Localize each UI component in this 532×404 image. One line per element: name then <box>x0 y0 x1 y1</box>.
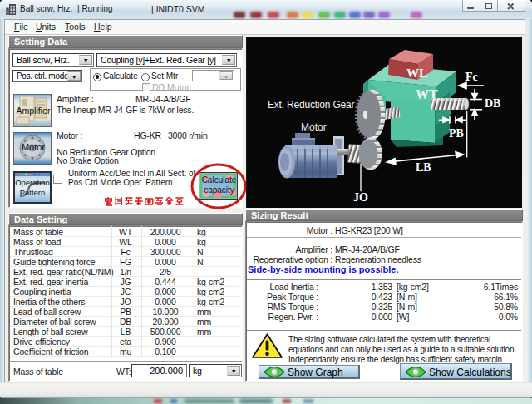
svg-text:PB: PB <box>449 127 464 140</box>
svg-text:Fc: Fc <box>466 71 478 83</box>
svg-text:LB: LB <box>416 161 431 174</box>
svg-text:Motor: Motor <box>301 121 327 133</box>
svg-text:WL: WL <box>406 67 427 80</box>
svg-text:DB: DB <box>485 97 500 110</box>
svg-text:JO: JO <box>353 191 368 204</box>
svg-text:Ext. Reduction Gear: Ext. Reduction Gear <box>268 99 354 111</box>
